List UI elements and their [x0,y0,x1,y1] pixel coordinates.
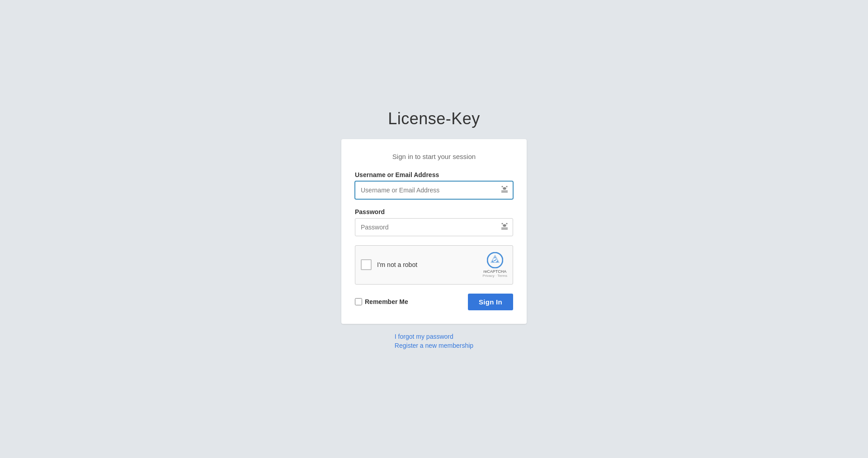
recaptcha-label: I'm not a robot [377,261,479,268]
links-section: I forgot my password Register a new memb… [395,333,473,349]
username-form-group: Username or Email Address [355,171,513,199]
password-form-group: Password [355,208,513,236]
register-link[interactable]: Register a new membership [395,342,473,349]
username-input-wrapper [355,181,513,199]
password-input-wrapper [355,218,513,236]
recaptcha-brand: reCAPTCHA [483,269,506,274]
remember-me-checkbox[interactable] [355,298,362,305]
username-label: Username or Email Address [355,171,513,178]
login-card: Sign in to start your session Username o… [341,139,527,324]
page-title: License-Key [388,109,480,128]
sign-in-button[interactable]: Sign In [468,294,513,310]
recaptcha-icon [487,252,503,268]
form-footer: Remember Me Sign In [355,294,513,310]
recaptcha-logo: reCAPTCHA Privacy · Terms [482,252,507,278]
remember-me-text: Remember Me [365,298,408,305]
recaptcha-widget[interactable]: I'm not a robot reCAPTCHA Privacy · Term… [355,245,513,285]
password-input[interactable] [355,218,513,236]
recaptcha-checkbox[interactable] [361,259,372,270]
password-label: Password [355,208,513,215]
remember-me-label[interactable]: Remember Me [355,298,408,305]
forgot-password-link[interactable]: I forgot my password [395,333,473,340]
recaptcha-terms: Privacy · Terms [482,274,507,278]
card-subtitle: Sign in to start your session [355,153,513,160]
username-input[interactable] [355,181,513,199]
